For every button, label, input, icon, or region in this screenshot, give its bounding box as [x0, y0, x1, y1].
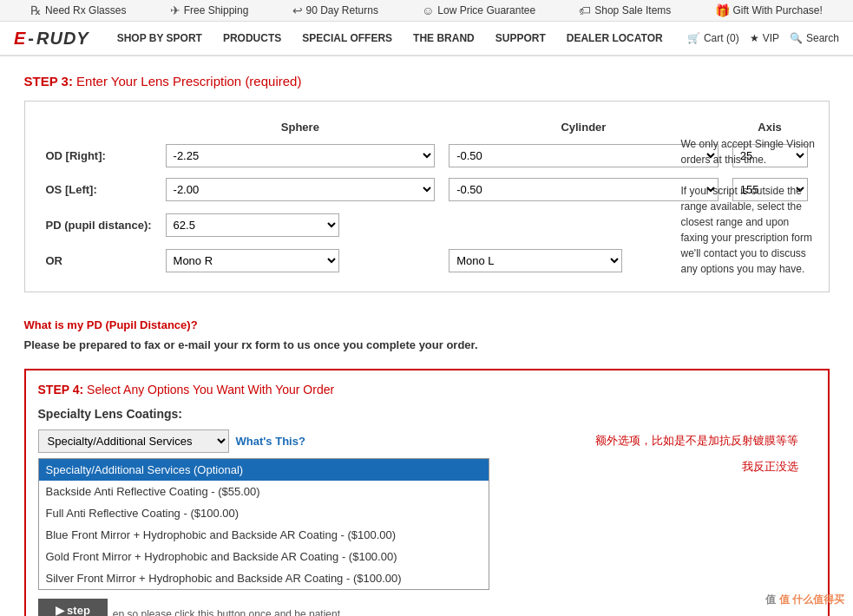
od-cylinder-select[interactable]: -0.50: [449, 144, 718, 167]
dropdown-option-4[interactable]: Gold Front Mirror + Hydrophobic and Back…: [39, 546, 489, 567]
sale-icon: 🏷: [579, 3, 591, 17]
banner-item-returns[interactable]: ↩ 90 Day Returns: [292, 3, 378, 17]
search-icon: 🔍: [790, 32, 803, 44]
vip-button[interactable]: ★ VIP: [750, 32, 779, 44]
vip-label: VIP: [763, 32, 779, 44]
step4-num: STEP 4:: [38, 383, 84, 396]
step3-heading: STEP 3: Enter Your Lens Prescription (re…: [24, 74, 830, 88]
dropdown-option-1[interactable]: Backside Anti Reflective Coating - ($55.…: [39, 481, 489, 502]
od-sphere-select[interactable]: -2.25: [166, 144, 436, 167]
dropdown-option-3[interactable]: Blue Front Mirror + Hydrophobic and Back…: [39, 524, 489, 546]
nav-dealer-locator[interactable]: DEALER LOCATOR: [556, 27, 673, 49]
fax-note: Please be prepared to fax or e-mail your…: [24, 338, 830, 351]
annotation1: 额外选项，比如是不是加抗反射镀膜等等: [595, 433, 798, 449]
nav-special-offers[interactable]: SPECIAL OFFERS: [292, 27, 403, 49]
nav-support[interactable]: SUPPORT: [485, 27, 556, 49]
star-icon: ★: [750, 32, 759, 44]
gift-icon: 🎁: [715, 3, 730, 17]
pd-label: PD (pupil distance):: [39, 206, 159, 242]
smile-icon: ☺: [422, 3, 434, 17]
banner-item-gift[interactable]: 🎁 Gift With Purchase!: [715, 3, 823, 17]
banner-item-sale[interactable]: 🏷 Shop Sale Items: [579, 3, 671, 17]
watermark: 值 值 什么值得买: [765, 593, 844, 607]
cart-icon: 🛒: [687, 32, 700, 44]
watermark-label: 值 什么值得买: [779, 593, 844, 606]
banner-sale-label: Shop Sale Items: [594, 4, 671, 16]
banner-returns-label: 90 Day Returns: [306, 4, 378, 16]
dropdown-option-2[interactable]: Full Anti Reflective Coating - ($100.00): [39, 502, 489, 524]
nav-right: 🛒 Cart (0) ★ VIP 🔍 Search: [687, 32, 839, 44]
banner-item-rx[interactable]: ℞ Need Rx Glasses: [30, 3, 126, 17]
banner-rx-label: Need Rx Glasses: [45, 4, 126, 16]
step3-num: STEP 3:: [24, 74, 73, 88]
whats-this-link[interactable]: What's This?: [236, 435, 305, 448]
main-content: STEP 3: Enter Your Lens Prescription (re…: [10, 56, 843, 616]
watermark-icon: 值: [765, 593, 778, 606]
dropdown-option-5[interactable]: Silver Front Mirror + Hydrophobic and Ba…: [39, 567, 489, 589]
dropdown-open: Specialty/Additional Services (Optional)…: [38, 458, 489, 590]
processing-note: ep so please click this button once and …: [113, 608, 344, 617]
step4-title: Select Any Options You Want With Your Or…: [87, 383, 334, 396]
od-label: OD [Right]:: [39, 139, 159, 173]
nav-links: SHOP BY SPORT PRODUCTS SPECIAL OFFERS TH…: [107, 27, 687, 49]
banner-gift-label: Gift With Purchase!: [733, 4, 823, 16]
top-banner: ℞ Need Rx Glasses ✈ Free Shipping ↩ 90 D…: [0, 0, 853, 22]
mono-l-select[interactable]: Mono L: [449, 249, 622, 272]
step4-inner: Specialty Lens Coatings: Specialty/Addit…: [38, 407, 816, 590]
specialty-label: Specialty Lens Coatings:: [38, 407, 816, 421]
banner-price-label: Low Price Guarantee: [437, 4, 535, 16]
search-button[interactable]: 🔍 Search: [790, 32, 839, 44]
return-icon: ↩: [292, 3, 303, 17]
or-label: OR: [39, 242, 159, 278]
plane-icon: ✈: [170, 3, 180, 17]
step4-heading: STEP 4: Select Any Options You Want With…: [38, 383, 816, 396]
navbar: E-RUDY SHOP BY SPORT PRODUCTS SPECIAL OF…: [0, 22, 853, 56]
specialty-select[interactable]: Specialty/Additional Services: [38, 429, 229, 453]
pd-select[interactable]: 62.5: [166, 213, 339, 237]
annotation2: 我反正没选: [742, 459, 798, 475]
step4-section: STEP 4: Select Any Options You Want With…: [24, 369, 830, 616]
cart-button[interactable]: 🛒 Cart (0): [687, 32, 739, 44]
what-is-pd-link[interactable]: What is my PD (Pupil Distance)?: [24, 318, 198, 331]
search-label: Search: [806, 32, 839, 44]
banner-item-price[interactable]: ☺ Low Price Guarantee: [422, 3, 535, 17]
logo[interactable]: E-RUDY: [14, 29, 89, 49]
mono-r-select[interactable]: Mono R: [166, 249, 339, 272]
banner-item-shipping[interactable]: ✈ Free Shipping: [170, 3, 249, 17]
os-sphere-select[interactable]: -2.00: [166, 178, 436, 201]
nav-the-brand[interactable]: THE BRAND: [403, 27, 485, 49]
dropdown-options-box: Specialty/Additional Services (Optional)…: [38, 458, 489, 590]
nav-products[interactable]: PRODUCTS: [213, 27, 292, 49]
side-note: We only accept Single Vision orders at t…: [681, 136, 820, 277]
banner-shipping-label: Free Shipping: [184, 4, 249, 16]
os-label: OS [Left]:: [39, 173, 159, 206]
next-step-button[interactable]: ▶ step: [38, 599, 108, 616]
col-axis: Axis: [725, 115, 815, 139]
nav-shop-by-sport[interactable]: SHOP BY SPORT: [107, 27, 213, 49]
cart-label: Cart (0): [704, 32, 739, 44]
rx-icon: ℞: [30, 3, 42, 17]
step3-title: Enter Your Lens Prescription (required): [76, 74, 301, 88]
col-sphere: Sphere: [159, 115, 443, 139]
dropdown-option-0[interactable]: Specialty/Additional Services (Optional): [39, 459, 489, 481]
rx-section: Sphere Cylinder Axis OD [Right]: -2.25: [24, 101, 830, 292]
os-cylinder-select[interactable]: -0.50: [449, 178, 718, 201]
col-cylinder: Cylinder: [442, 115, 725, 139]
